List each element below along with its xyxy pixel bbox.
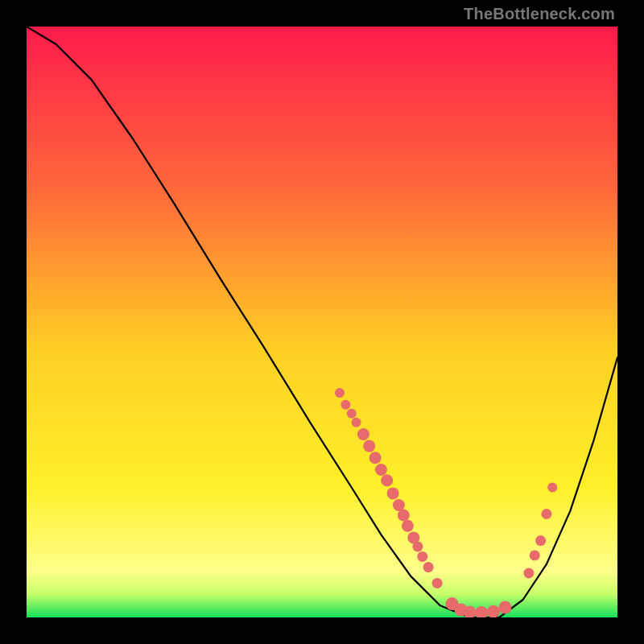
data-dot (530, 550, 540, 560)
data-dot (369, 452, 382, 464)
data-dot (335, 388, 345, 398)
data-dot (398, 510, 410, 522)
data-dot (535, 535, 546, 546)
data-dot (417, 551, 427, 562)
data-dot (363, 440, 375, 452)
data-dot (547, 483, 557, 493)
chart-svg (27, 27, 617, 617)
data-dot (487, 605, 500, 617)
data-dot (541, 509, 551, 519)
chart-frame (27, 27, 617, 617)
data-dot (432, 578, 443, 588)
data-dot (375, 464, 387, 476)
data-dot (412, 541, 423, 551)
data-dot (352, 418, 361, 427)
gradient-background (27, 27, 617, 617)
data-dot (387, 487, 399, 499)
data-dot (357, 428, 369, 440)
data-dot (423, 562, 434, 572)
data-dot (347, 409, 357, 419)
attribution-text: TheBottleneck.com (464, 5, 615, 23)
data-dot (341, 400, 350, 410)
data-dot (381, 474, 393, 486)
data-dot (402, 520, 414, 532)
data-dot (499, 601, 512, 614)
data-dot (523, 568, 534, 579)
